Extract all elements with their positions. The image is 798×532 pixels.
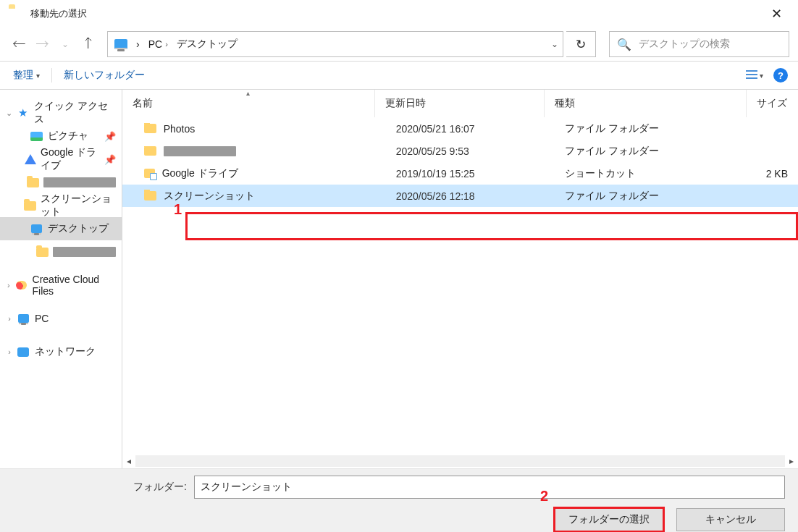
tree-network[interactable]: › ネットワーク — [0, 340, 122, 363]
breadcrumb-pc[interactable]: PC› — [144, 32, 172, 56]
folder-field-label: フォルダー: — [13, 481, 194, 494]
tree-pictures[interactable]: ピクチャ 📌 — [0, 124, 122, 148]
scroll-left-icon[interactable]: ◂ — [127, 456, 131, 466]
forward-button: 🡒 — [32, 34, 52, 54]
folder-icon — [24, 201, 36, 211]
cancel-button[interactable]: キャンセル — [676, 508, 785, 531]
window-title: 移動先の選択 — [30, 7, 87, 20]
folder-picker-dialog: { "title": "移動先の選択", "breadcrumb": { "pc… — [0, 0, 798, 532]
column-size[interactable]: サイズ — [747, 90, 798, 117]
tree-item-redacted[interactable] — [0, 171, 122, 194]
tree-pc[interactable]: › PC — [0, 307, 122, 330]
dialog-body: ⌄ ★ クイック アクセス ピクチャ 📌 Google ドライブ 📌 スクリーン… — [0, 90, 798, 468]
history-dropdown-icon[interactable]: ⌄ — [55, 34, 75, 54]
breadcrumb-dropdown-icon[interactable]: ⌄ — [546, 32, 563, 56]
google-drive-icon — [24, 154, 36, 164]
chevron-right-icon[interactable]: › — [4, 314, 14, 323]
toolbar: 整理▾ 新しいフォルダー ▾ ? — [0, 61, 798, 90]
pc-icon — [111, 34, 132, 54]
back-button[interactable]: 🡐 — [9, 34, 29, 54]
network-icon — [16, 347, 30, 357]
folder-name-value: スクリーンショット — [201, 481, 292, 494]
file-rows: Photos 2020/05/21 16:07 ファイル フォルダー 2020/… — [122, 117, 798, 454]
pin-icon: 📌 — [104, 154, 116, 165]
column-type[interactable]: 種類 — [545, 90, 747, 117]
chevron-down-icon[interactable]: ⌄ — [4, 109, 14, 118]
horizontal-scrollbar[interactable]: ◂ ▸ — [122, 454, 798, 468]
search-placeholder: デスクトップの検索 — [639, 38, 730, 51]
scroll-track[interactable] — [135, 455, 785, 467]
refresh-button[interactable]: ↻ — [566, 31, 596, 57]
search-icon: 🔍 — [617, 38, 631, 51]
up-button[interactable]: 🡑 — [78, 34, 98, 54]
tree-creative-cloud[interactable]: › Creative Cloud Files — [0, 274, 122, 297]
close-icon: ✕ — [771, 7, 782, 20]
tree-quick-access[interactable]: ⌄ ★ クイック アクセス — [0, 101, 122, 124]
new-folder-button[interactable]: 新しいフォルダー — [61, 66, 148, 85]
search-input[interactable]: 🔍 デスクトップの検索 — [609, 31, 789, 57]
close-button[interactable]: ✕ — [760, 3, 792, 25]
chevron-right-icon[interactable]: › — [4, 347, 14, 356]
list-view-icon — [746, 70, 757, 80]
nav-bar: 🡐 🡒 ⌄ 🡑 › PC› デスクトップ ⌄ ↻ 🔍 デスクトップの検索 — [0, 28, 798, 61]
folder-name-input[interactable]: スクリーンショット — [194, 476, 785, 499]
file-row-google-drive[interactable]: Google ドライブ 2019/10/19 15:25 ショートカット 2 K… — [122, 162, 798, 185]
file-row-photos[interactable]: Photos 2020/05/21 16:07 ファイル フォルダー — [122, 117, 798, 140]
folder-icon — [26, 178, 39, 187]
pc-icon — [16, 314, 30, 323]
title-bar: 移動先の選択 ✕ — [0, 0, 798, 28]
column-headers: 名前▴ 更新日時 種類 サイズ — [122, 90, 798, 117]
file-row-screenshots[interactable]: スクリーンショット 2020/05/26 12:18 ファイル フォルダー — [122, 185, 798, 207]
scroll-right-icon[interactable]: ▸ — [789, 456, 794, 466]
tree-google-drive[interactable]: Google ドライブ 📌 — [0, 148, 122, 171]
organize-button[interactable]: 整理▾ — [10, 66, 43, 85]
folder-icon — [36, 248, 49, 257]
sort-asc-icon: ▴ — [246, 89, 250, 97]
creative-cloud-icon — [14, 281, 28, 290]
tree-desktop[interactable]: デスクトップ — [0, 217, 122, 240]
folder-icon — [144, 146, 156, 156]
folder-icon — [9, 7, 23, 20]
shortcut-icon — [144, 169, 155, 178]
column-name[interactable]: 名前▴ — [122, 90, 375, 117]
monitor-icon — [29, 224, 43, 233]
pictures-icon — [29, 132, 43, 141]
tree-item-redacted[interactable] — [0, 240, 122, 263]
select-folder-button[interactable]: フォルダーの選択 — [553, 507, 665, 532]
help-button[interactable]: ? — [773, 68, 788, 83]
file-list: 名前▴ 更新日時 種類 サイズ Photos 2020/05/21 16:07 … — [122, 90, 798, 468]
breadcrumb-root-chevron[interactable]: › — [132, 32, 144, 56]
column-date[interactable]: 更新日時 — [375, 90, 545, 117]
dialog-footer: フォルダー: スクリーンショット フォルダーの選択 キャンセル — [0, 468, 798, 532]
refresh-icon: ↻ — [576, 37, 586, 52]
address-bar[interactable]: › PC› デスクトップ ⌄ — [107, 31, 563, 57]
view-options-button[interactable]: ▾ — [746, 70, 763, 80]
tree-screenshots[interactable]: スクリーンショット — [0, 194, 122, 217]
breadcrumb-desktop[interactable]: デスクトップ — [172, 32, 242, 56]
folder-icon — [144, 124, 156, 133]
chevron-right-icon[interactable]: › — [4, 281, 13, 290]
star-icon: ★ — [15, 106, 29, 119]
navigation-tree: ⌄ ★ クイック アクセス ピクチャ 📌 Google ドライブ 📌 スクリーン… — [0, 90, 122, 468]
file-row-redacted[interactable]: 2020/05/25 9:53 ファイル フォルダー — [122, 140, 798, 162]
folder-icon — [144, 191, 156, 200]
pin-icon: 📌 — [104, 131, 116, 142]
